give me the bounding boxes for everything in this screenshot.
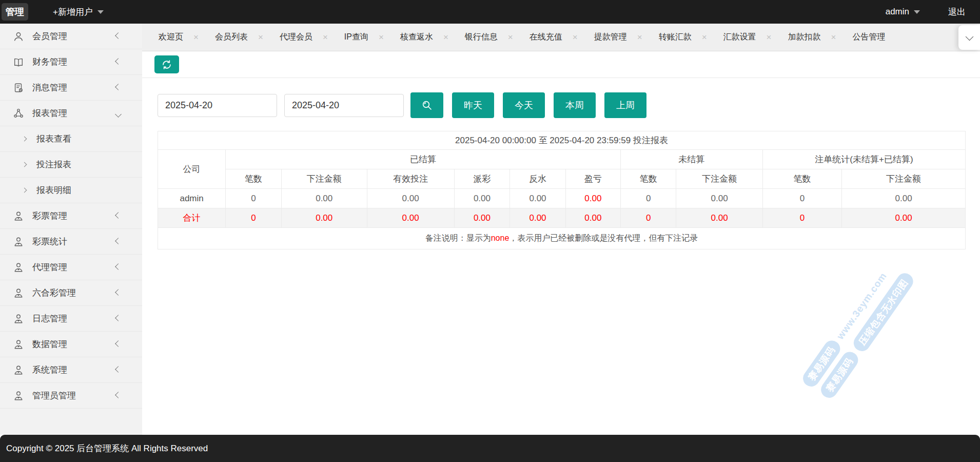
note-highlight: none — [491, 234, 509, 242]
tab-bank-info[interactable]: 银行信息× — [465, 32, 513, 43]
close-icon[interactable]: × — [443, 33, 448, 42]
chevron-left-icon — [115, 340, 122, 347]
chevron-right-icon — [22, 188, 27, 193]
col-group-settled: 已结算 — [226, 150, 621, 169]
value-cell: 0 — [226, 189, 282, 208]
sidebar-item-finance-mgmt[interactable]: 财务管理 — [0, 49, 142, 75]
user-tie-icon — [13, 262, 24, 273]
sidebar-item-log-mgmt[interactable]: 日志管理 — [0, 306, 142, 332]
col-group-unsettled: 未结算 — [620, 150, 762, 169]
close-icon[interactable]: × — [193, 33, 199, 42]
tab-announcement-mgmt[interactable]: 公告管理 — [852, 32, 885, 43]
sidebar-item-label: 代理管理 — [32, 261, 67, 273]
close-icon[interactable]: × — [508, 33, 513, 42]
sidebar-item-message-mgmt[interactable]: 消息管理 — [0, 75, 142, 101]
sidebar-subitem-report-detail[interactable]: 报表明细 — [0, 178, 142, 203]
sidebar-item-label: 六合彩管理 — [32, 287, 76, 299]
col-header: 盈亏 — [565, 169, 620, 189]
chevron-left-icon — [115, 392, 122, 398]
col-header: 笔数 — [226, 169, 282, 189]
sidebar-item-agent-mgmt[interactable]: 代理管理 — [0, 255, 142, 280]
value-cell: 0 — [762, 189, 841, 208]
book-icon — [13, 56, 24, 68]
chevron-left-icon — [115, 366, 122, 373]
chevron-left-icon — [115, 84, 122, 90]
admin-user-menu[interactable]: admin — [886, 7, 920, 17]
table-row: admin 0 0.00 0.00 0.00 0.00 0.00 0 0.00 … — [158, 189, 966, 208]
col-header: 下注金额 — [842, 169, 966, 189]
col-header: 下注金额 — [676, 169, 762, 189]
user-tie-icon — [13, 339, 24, 350]
search-button[interactable] — [410, 92, 443, 118]
last-week-button[interactable]: 上周 — [604, 92, 646, 118]
tab-overflow-button[interactable] — [958, 25, 980, 50]
close-icon[interactable]: × — [573, 33, 578, 42]
note-prefix: 备注说明：显示为 — [425, 234, 491, 242]
sidebar-subitem-report-view[interactable]: 报表查看 — [0, 126, 142, 152]
watermark-line: 赛易源码 压缩包含无水印图 — [818, 270, 916, 401]
this-week-button[interactable]: 本周 — [554, 92, 596, 118]
value-cell: 0.00 — [842, 189, 966, 208]
tab-add-deduct[interactable]: 加款扣款× — [788, 32, 836, 43]
tab-member-list[interactable]: 会员列表× — [215, 32, 263, 43]
close-icon[interactable]: × — [637, 33, 642, 42]
watermark-pill: 赛易源码 — [800, 337, 844, 390]
sidebar-item-label: 管理员管理 — [32, 390, 76, 401]
date-from-input[interactable] — [158, 94, 277, 117]
user-icon — [13, 31, 24, 42]
total-value-cell: 0.00 — [367, 208, 454, 228]
sidebar-item-report-mgmt[interactable]: 报表管理 — [0, 101, 142, 126]
total-value-cell: 0 — [762, 208, 841, 228]
close-icon[interactable]: × — [323, 33, 328, 42]
sidebar-item-label: 报表管理 — [32, 107, 67, 119]
tab-ip-query[interactable]: IP查询× — [344, 32, 384, 43]
tab-agent-member[interactable]: 代理会员× — [280, 32, 328, 43]
sidebar-item-data-mgmt[interactable]: 数据管理 — [0, 332, 142, 357]
copyright-text: Copyright © 2025 后台管理系统 All Rights Reser… — [6, 442, 208, 454]
user-tie-icon — [13, 236, 24, 247]
sidebar-subitem-bet-report[interactable]: 投注报表 — [0, 152, 142, 178]
chevron-down-icon — [115, 111, 122, 118]
sidebar-item-lottery-stats[interactable]: 彩票统计 — [0, 229, 142, 255]
close-icon[interactable]: × — [767, 33, 772, 42]
chevron-left-icon — [115, 315, 122, 321]
sidebar-item-label: 财务管理 — [32, 56, 67, 68]
chevron-left-icon — [115, 32, 122, 39]
sidebar-item-admin-mgmt[interactable]: 管理员管理 — [0, 383, 142, 409]
total-row: 合计 0 0.00 0.00 0.00 0.00 0.00 0 0.00 0 0… — [158, 208, 966, 228]
sidebar-item-mark-six-mgmt[interactable]: 六合彩管理 — [0, 280, 142, 306]
close-icon[interactable]: × — [831, 33, 836, 42]
refresh-button[interactable] — [154, 55, 179, 73]
tab-transfer-remit[interactable]: 转账汇款× — [659, 32, 707, 43]
top-bar: 管理 +新增用户 admin 退出 — [0, 0, 980, 24]
date-to-input[interactable] — [284, 94, 404, 117]
user-tie-icon — [13, 390, 24, 401]
tab-rebate-check[interactable]: 核查返水× — [400, 32, 448, 43]
close-icon[interactable]: × — [258, 33, 263, 42]
col-header: 笔数 — [762, 169, 841, 189]
sidebar-nav: 会员管理 财务管理 消息管理 报表管理 报表查看 投注报表 报表明细 彩票管理 … — [0, 24, 142, 435]
tab-withdraw-mgmt[interactable]: 提款管理× — [594, 32, 642, 43]
new-user-button[interactable]: +新增用户 — [53, 6, 104, 18]
close-icon[interactable]: × — [702, 33, 707, 42]
tab-remit-settings[interactable]: 汇款设置× — [723, 32, 772, 43]
tab-online-deposit[interactable]: 在线充值× — [530, 32, 578, 43]
sidebar-item-member-mgmt[interactable]: 会员管理 — [0, 24, 142, 49]
close-icon[interactable]: × — [379, 33, 384, 42]
sidebar-subitem-label: 投注报表 — [36, 159, 71, 170]
today-button[interactable]: 今天 — [503, 92, 545, 118]
chevron-left-icon — [115, 58, 122, 65]
value-cell: 0 — [620, 189, 676, 208]
tab-welcome[interactable]: 欢迎页× — [159, 32, 199, 43]
logout-button[interactable]: 退出 — [948, 6, 966, 18]
footer-bar: Copyright © 2025 后台管理系统 All Rights Reser… — [0, 435, 980, 462]
total-value-cell: 0 — [226, 208, 282, 228]
yesterday-button[interactable]: 昨天 — [452, 92, 494, 118]
sidebar-item-system-mgmt[interactable]: 系统管理 — [0, 357, 142, 383]
sidebar-item-lottery-mgmt[interactable]: 彩票管理 — [0, 203, 142, 229]
sidebar-item-label: 日志管理 — [32, 313, 67, 324]
report-table-container: 2025-04-20 00:00:00 至 2025-04-20 23:59:5… — [158, 131, 966, 249]
company-cell: admin — [158, 189, 226, 208]
header-sub-row: 笔数 下注金额 有效投注 派彩 反水 盈亏 笔数 下注金额 笔数 下注金额 — [158, 169, 966, 189]
col-group-total: 注单统计(未结算+已结算) — [762, 150, 965, 169]
